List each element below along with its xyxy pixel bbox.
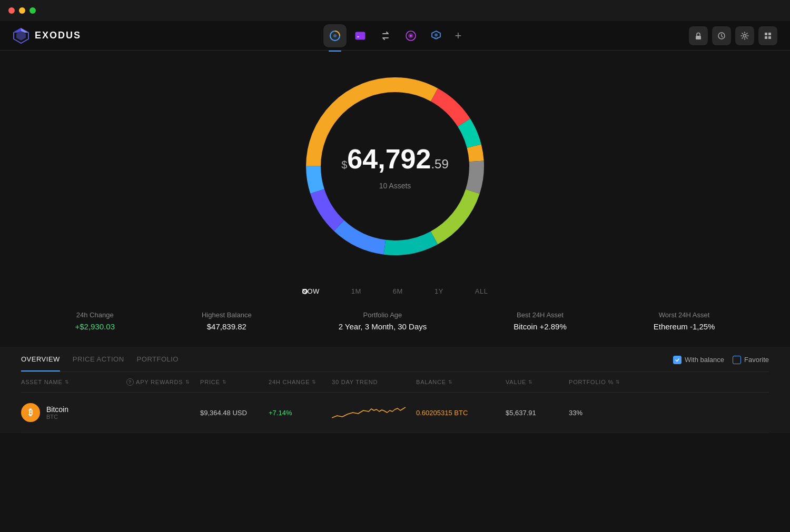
portfolio-decimal-amount: .59 (431, 150, 448, 178)
table-header: ASSET NAME ⇅ ? APY REWARDS ⇅ PRICE ⇅ 24H… (21, 372, 769, 393)
history-button[interactable] (712, 26, 731, 45)
stat-highest-balance-label: Highest Balance (202, 311, 252, 319)
portfolio-section: $ 64,792 .59 10 Assets NOW 1M 6M 1Y ALL … (0, 51, 790, 347)
bitcoin-balance: 0.60205315 BTC (416, 409, 506, 417)
tab-web3[interactable] (424, 24, 448, 47)
th-24h-change[interactable]: 24H CHANGE ⇅ (269, 379, 332, 385)
tab-apps[interactable] (399, 24, 422, 47)
filter-with-balance-label: With balance (685, 356, 724, 364)
svg-point-6 (333, 34, 337, 37)
stat-portfolio-age-label: Portfolio Age (339, 311, 427, 319)
svg-rect-9 (357, 36, 359, 37)
sort-price-icon: ⇅ (222, 379, 227, 385)
svg-rect-17 (765, 33, 767, 35)
apy-question-icon[interactable]: ? (126, 378, 134, 386)
bitcoin-symbol: BTC (46, 414, 68, 420)
time-option-6m[interactable]: 6M (393, 287, 403, 295)
stat-highest-balance: Highest Balance $47,839.82 (202, 311, 252, 331)
filter-with-balance-checkbox[interactable] (673, 356, 682, 364)
stat-best-asset-value: Bitcoin +2.89% (514, 322, 566, 331)
th-apy-rewards[interactable]: ? APY REWARDS ⇅ (126, 378, 200, 386)
bitcoin-icon: ₿ (21, 403, 40, 422)
sort-balance-icon: ⇅ (448, 379, 453, 385)
checkmark-icon (675, 357, 680, 363)
currency-symbol: $ (341, 151, 347, 178)
th-price[interactable]: PRICE ⇅ (200, 379, 269, 385)
portfolio-total: $ 64,792 .59 10 Assets (341, 143, 449, 190)
time-option-1y[interactable]: 1Y (434, 287, 443, 295)
tab-portfolio[interactable] (323, 24, 347, 47)
stat-24h-change: 24h Change +$2,930.03 (75, 311, 115, 331)
title-bar (0, 0, 790, 21)
maximize-button[interactable] (29, 7, 36, 14)
filter-favorite-checkbox[interactable] (733, 356, 741, 364)
exodus-logo-icon (13, 27, 29, 44)
svg-rect-14 (696, 36, 701, 39)
svg-rect-8 (355, 34, 365, 35)
time-selector: NOW 1M 6M 1Y ALL (302, 282, 488, 300)
th-30day-trend: 30 DAY TREND (332, 379, 416, 385)
stat-highest-balance-value: $47,839.82 (202, 322, 252, 331)
stats-bar: 24h Change +$2,930.03 Highest Balance $4… (0, 300, 790, 342)
bitcoin-value: $5,637.91 (506, 409, 569, 417)
bitcoin-change: +7.14% (269, 409, 332, 417)
svg-point-16 (744, 34, 746, 37)
filter-favorite-label: Favorite (744, 356, 769, 364)
stat-24h-change-label: 24h Change (75, 311, 115, 319)
tab-exchange[interactable] (374, 24, 397, 47)
time-option-all[interactable]: ALL (475, 287, 488, 295)
tab-overview[interactable]: OVERVIEW (21, 355, 60, 372)
table-row[interactable]: ₿ Bitcoin BTC $9,364.48 USD +7.14% 0.60 (21, 393, 769, 433)
th-portfolio-pct[interactable]: PORTFOLIO % ⇅ (569, 379, 621, 385)
portfolio-main-amount: 64,792 (347, 143, 431, 175)
close-button[interactable] (8, 7, 15, 14)
nav-tabs: + (323, 24, 467, 47)
table-tabs: OVERVIEW PRICE ACTION PORTFOLIO With bal… (21, 347, 769, 372)
minimize-button[interactable] (19, 7, 25, 14)
asset-info-bitcoin: ₿ Bitcoin BTC (21, 403, 126, 422)
th-value[interactable]: VALUE ⇅ (506, 379, 569, 385)
bitcoin-trend-chart (332, 401, 416, 424)
settings-button[interactable] (735, 26, 754, 45)
svg-rect-20 (768, 36, 771, 39)
time-now-dot (302, 289, 308, 294)
table-filters: With balance Favorite (673, 356, 769, 372)
stat-worst-asset-value: Ethereum -1,25% (654, 322, 715, 331)
filter-favorite[interactable]: Favorite (733, 356, 769, 364)
mini-trend-svg (332, 401, 406, 422)
stat-portfolio-age-value: 2 Year, 3 Month, 30 Days (339, 322, 427, 331)
sort-change-icon: ⇅ (312, 379, 317, 385)
portfolio-asset-count: 10 Assets (341, 182, 449, 190)
stat-worst-asset-label: Worst 24H Asset (654, 311, 715, 319)
header: EXODUS (0, 21, 790, 51)
header-actions (689, 26, 777, 45)
svg-point-13 (434, 33, 438, 36)
tab-assets[interactable] (349, 24, 372, 47)
main-content: $ 64,792 .59 10 Assets NOW 1M 6M 1Y ALL … (0, 51, 790, 532)
time-option-1m[interactable]: 1M (351, 287, 361, 295)
lock-button[interactable] (689, 26, 708, 45)
add-tab-button[interactable]: + (450, 27, 467, 44)
th-balance[interactable]: BALANCE ⇅ (416, 379, 506, 385)
logo-text: EXODUS (35, 30, 81, 41)
svg-point-12 (410, 35, 412, 37)
logo[interactable]: EXODUS (13, 27, 81, 44)
th-asset-name[interactable]: ASSET NAME ⇅ (21, 379, 126, 385)
asset-name-symbol: Bitcoin BTC (46, 405, 68, 420)
svg-rect-19 (765, 36, 767, 39)
tab-price-action[interactable]: PRICE ACTION (73, 355, 124, 372)
stat-best-asset-label: Best 24H Asset (514, 311, 566, 319)
bitcoin-portfolio-pct: 33% (569, 409, 621, 417)
sort-portfolio-icon: ⇅ (616, 379, 620, 385)
filter-with-balance[interactable]: With balance (673, 356, 724, 364)
table-section: OVERVIEW PRICE ACTION PORTFOLIO With bal… (0, 347, 790, 433)
tab-portfolio[interactable]: PORTFOLIO (137, 355, 179, 372)
donut-chart-container: $ 64,792 .59 10 Assets (290, 61, 500, 272)
time-now[interactable]: NOW (302, 287, 320, 295)
grid-button[interactable] (758, 26, 777, 45)
svg-marker-1 (16, 31, 26, 41)
sort-apy-icon: ⇅ (185, 379, 190, 385)
stat-worst-asset: Worst 24H Asset Ethereum -1,25% (654, 311, 715, 331)
svg-rect-7 (355, 32, 365, 39)
bitcoin-name: Bitcoin (46, 405, 68, 414)
